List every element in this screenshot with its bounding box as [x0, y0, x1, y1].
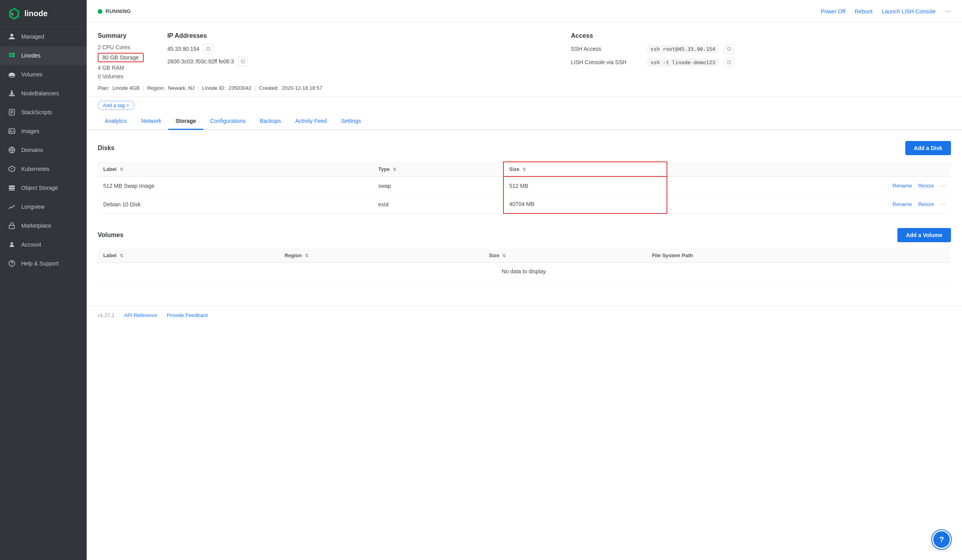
- region-value: Newark, NJ: [168, 85, 195, 91]
- svg-rect-11: [11, 91, 13, 96]
- svg-rect-28: [9, 190, 15, 191]
- disk-icon: [8, 70, 16, 78]
- disk-row-1: Debian 10 Disk ext4 40704 MB Rename Resi…: [98, 195, 951, 213]
- volumes-value: 0 Volumes: [98, 73, 123, 80]
- ip-addresses-title: IP Addresses: [167, 32, 548, 39]
- disk-actions-0: Rename Resize ···: [667, 176, 951, 195]
- volumes-title: Volumes: [98, 232, 124, 239]
- svg-point-6: [13, 56, 14, 56]
- svg-rect-29: [9, 225, 15, 228]
- tab-network[interactable]: Network: [134, 113, 168, 130]
- sidebar-item-marketplace[interactable]: Marketplace: [0, 216, 87, 235]
- power-off-button[interactable]: Power Off: [821, 8, 845, 15]
- sidebar-item-label: Help & Support: [21, 260, 59, 267]
- disks-table-header: Label ⇅ Type ⇅ Size ⇅: [98, 162, 951, 176]
- sidebar-item-stackscripts[interactable]: StackScripts: [0, 103, 87, 122]
- sidebar-item-kubernetes[interactable]: Kubernetes: [0, 159, 87, 178]
- globe-icon: [8, 146, 16, 154]
- sort-label-icon[interactable]: ⇅: [120, 167, 123, 172]
- col-size: Size ⇅: [503, 162, 667, 176]
- ipv6-row: 2600:3c03::f03c:92ff fe06:3 ⧉: [167, 57, 548, 66]
- sidebar-item-account[interactable]: Account: [0, 235, 87, 254]
- server-icon: [8, 52, 16, 59]
- help-fab-button[interactable]: ?: [932, 530, 951, 549]
- ipv6-value: 2600:3c03::f03c:92ff fe06:3: [167, 58, 234, 65]
- copy-ipv4-icon[interactable]: ⧉: [203, 44, 213, 54]
- tab-storage[interactable]: Storage: [168, 113, 203, 130]
- sort-vol-size-icon[interactable]: ⇅: [502, 253, 506, 258]
- plan-bar: Plan: Linode 4GB | Region: Newark, NJ | …: [87, 80, 962, 97]
- tag-area: Add a tag +: [87, 97, 962, 110]
- sidebar-item-domains[interactable]: Domains: [0, 141, 87, 159]
- add-tag-button[interactable]: Add a tag +: [98, 101, 134, 110]
- reboot-button[interactable]: Reboot: [855, 8, 873, 15]
- sidebar-item-object-storage[interactable]: Object Storage: [0, 178, 87, 197]
- ssh-row: SSH Access ssh root@45.33.90.154 ⧉: [571, 44, 951, 54]
- sort-type-icon[interactable]: ⇅: [393, 167, 396, 172]
- sort-vol-label-icon[interactable]: ⇅: [120, 253, 123, 258]
- status-badge: RUNNING: [98, 8, 131, 14]
- sidebar-item-images[interactable]: Images: [0, 122, 87, 141]
- tab-analytics[interactable]: Analytics: [98, 113, 134, 130]
- disk-label-0: 512 MB Swap Image: [98, 176, 373, 195]
- tab-activity-feed[interactable]: Activity Feed: [288, 113, 334, 130]
- add-tag-label: Add a tag: [103, 102, 125, 108]
- sidebar: L linode Managed Linodes Volumes NodeBal…: [0, 0, 87, 560]
- disk-1-more-icon[interactable]: ···: [940, 201, 945, 208]
- svg-rect-26: [9, 185, 15, 187]
- svg-rect-20: [9, 129, 15, 134]
- col-actions: [667, 162, 951, 176]
- tab-settings[interactable]: Settings: [334, 113, 368, 130]
- copy-ipv6-icon[interactable]: ⧉: [238, 57, 248, 66]
- copy-ssh-icon[interactable]: ⧉: [724, 44, 734, 54]
- vol-col-size: Size ⇅: [483, 248, 646, 263]
- main-content: RUNNING Power Off Reboot Launch LISH Con…: [87, 0, 962, 560]
- disk-size-1: 40704 MB: [503, 195, 667, 213]
- launch-lish-button[interactable]: Launch LISH Console: [882, 8, 936, 15]
- sidebar-item-linodes[interactable]: Linodes: [0, 46, 87, 65]
- sidebar-logo: L linode: [0, 0, 87, 27]
- more-options-icon[interactable]: ···: [945, 7, 951, 15]
- sort-vol-region-icon[interactable]: ⇅: [305, 253, 308, 258]
- sidebar-item-managed[interactable]: Managed: [0, 27, 87, 46]
- svg-point-5: [13, 53, 14, 54]
- svg-rect-27: [9, 187, 15, 189]
- no-data-text: No data to display.: [98, 263, 951, 280]
- api-reference-link[interactable]: API Reference: [124, 312, 158, 318]
- balance-icon: [8, 89, 16, 97]
- add-disk-button[interactable]: Add a Disk: [905, 141, 951, 155]
- ssh-label: SSH Access: [571, 46, 642, 52]
- sidebar-item-label: NodeBalancers: [21, 90, 59, 96]
- tab-configurations[interactable]: Configurations: [203, 113, 253, 130]
- cpu-value: 2 CPU Cores: [98, 44, 130, 50]
- resize-disk-0-button[interactable]: Resize: [918, 183, 934, 189]
- linode-id-value: 23503042: [228, 85, 251, 91]
- ram-row: 4 GB RAM: [98, 65, 144, 71]
- disk-row-0: 512 MB Swap Image swap 512 MB Rename Res…: [98, 176, 951, 195]
- disk-0-more-icon[interactable]: ···: [940, 182, 945, 189]
- tab-backups[interactable]: Backups: [253, 113, 288, 130]
- resize-disk-1-button[interactable]: Resize: [918, 201, 934, 207]
- storage-content: Disks Add a Disk Label ⇅ Type ⇅ Size ⇅: [87, 130, 962, 306]
- volumes-table-header: Label ⇅ Region ⇅ Size ⇅ File System Path: [98, 248, 951, 263]
- access-title: Access: [571, 32, 951, 39]
- rename-disk-0-button[interactable]: Rename: [893, 183, 912, 189]
- sidebar-item-volumes[interactable]: Volumes: [0, 65, 87, 84]
- feedback-link[interactable]: Provide Feedback: [167, 312, 208, 318]
- add-volume-button[interactable]: Add a Volume: [897, 228, 951, 242]
- copy-lish-icon[interactable]: ⧉: [724, 57, 734, 67]
- ssh-value: ssh root@45.33.90.154: [647, 45, 718, 53]
- volumes-section-header: Volumes Add a Volume: [98, 228, 951, 242]
- person-icon: [8, 33, 16, 41]
- svg-point-32: [12, 265, 12, 265]
- rename-disk-1-button[interactable]: Rename: [893, 201, 912, 207]
- lish-label: LISH Console via SSH: [571, 59, 642, 65]
- plan-value: Linode 4GB: [113, 85, 140, 91]
- created-value: 2020-12-18 18:57: [282, 85, 322, 91]
- summary-col: Summary 2 CPU Cores 80 GB Storage 4 GB R…: [98, 32, 144, 80]
- sort-size-icon[interactable]: ⇅: [522, 167, 526, 172]
- disk-actions-1: Rename Resize ···: [667, 195, 951, 213]
- sidebar-item-help-support[interactable]: Help & Support: [0, 254, 87, 273]
- sidebar-item-longview[interactable]: Longview: [0, 197, 87, 216]
- sidebar-item-nodebalancers[interactable]: NodeBalancers: [0, 84, 87, 103]
